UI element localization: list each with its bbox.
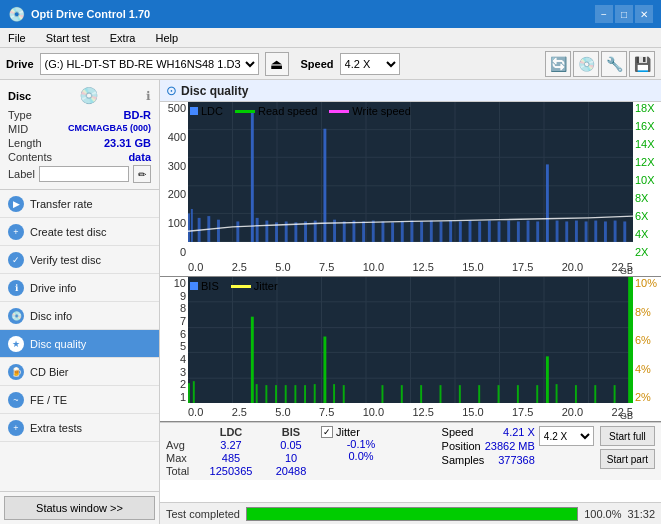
settings-button[interactable]: 🔧 [601,51,627,77]
jitter-checkbox[interactable]: ✓ [321,426,333,438]
disc-contents-row: Contents data [8,151,151,163]
bottom-chart-y-axis-left: 10 9 8 7 6 5 4 3 2 1 [160,277,188,403]
nav-create-test-disc-label: Create test disc [30,226,106,238]
bottom-status: Test completed 100.0% 31:32 [160,502,661,524]
nav-disc-quality[interactable]: ★ Disc quality [0,330,159,358]
start-part-button[interactable]: Start part [600,449,655,469]
status-window-button[interactable]: Status window >> [4,496,155,520]
by-right-4: 4% [635,363,651,375]
nav-verify-test-disc-label: Verify test disc [30,254,101,266]
main-content: ⊙ Disc quality LDC Read speed [160,80,661,524]
svg-rect-97 [556,384,558,403]
disc-quality-icon: ★ [8,336,24,352]
avg-bis: 0.05 [261,439,321,451]
svg-rect-96 [546,356,549,403]
save-button[interactable]: 💾 [629,51,655,77]
fe-te-icon: ~ [8,392,24,408]
svg-rect-99 [594,385,596,403]
svg-rect-43 [469,221,472,242]
close-button[interactable]: ✕ [635,5,653,23]
bottom-chart-svg [188,277,633,403]
nav-disc-info[interactable]: 💿 Disc info [0,302,159,330]
disc-length-value: 23.31 GB [104,137,151,149]
avg-jitter: -0.1% [321,438,401,450]
minimize-button[interactable]: − [595,5,613,23]
y-left-300: 300 [168,160,186,172]
nav-extra-tests[interactable]: + Extra tests [0,414,159,442]
svg-rect-40 [440,221,443,242]
verify-test-disc-icon: ✓ [8,252,24,268]
title-bar-left: 💿 Opti Drive Control 1.70 [8,6,150,22]
legend-read-speed-label: Read speed [258,105,317,117]
disc-label-label: Label [8,168,35,180]
eject-button[interactable]: ⏏ [265,52,289,76]
legend-bis-label: BIS [201,280,219,292]
by-left-2: 2 [180,378,186,390]
svg-rect-37 [411,221,414,242]
menu-help[interactable]: Help [151,28,182,48]
disc-label-row: Label ✏ [8,165,151,183]
disc-panel-title: Disc [8,90,31,102]
svg-rect-18 [217,220,220,242]
maximize-button[interactable]: □ [615,5,633,23]
disc-label-input[interactable] [39,166,129,182]
y-left-200: 200 [168,188,186,200]
stats-speed-select[interactable]: 4.2 X [539,426,594,446]
by-right-2: 2% [635,391,651,403]
legend-jitter-label: Jitter [254,280,278,292]
disc-type-row: Type BD-R [8,109,151,121]
toolbar-icons: 🔄 💿 🔧 💾 [545,51,655,77]
svg-rect-81 [294,385,296,403]
svg-rect-39 [430,221,433,242]
nav-transfer-rate[interactable]: ▶ Transfer rate [0,190,159,218]
nav-transfer-rate-label: Transfer rate [30,198,93,210]
menu-file[interactable]: File [4,28,30,48]
by-left-4: 4 [180,353,186,365]
nav-disc-quality-label: Disc quality [30,338,86,350]
drive-select[interactable]: (G:) HL-DT-ST BD-RE WH16NS48 1.D3 [40,53,259,75]
max-jitter: 0.0% [321,450,401,462]
svg-rect-33 [372,221,375,242]
disc-label-edit-button[interactable]: ✏ [133,165,151,183]
stats-label-col: Avg Max Total [166,426,201,477]
refresh-button[interactable]: 🔄 [545,51,571,77]
by-left-7: 7 [180,315,186,327]
top-chart-x-axis: 0.0 2.5 5.0 7.5 10.0 12.5 15.0 17.5 20.0… [188,258,633,276]
svg-rect-83 [314,384,316,403]
nav-cd-bier[interactable]: 🍺 CD Bier [0,358,159,386]
nav-fe-te[interactable]: ~ FE / TE [0,386,159,414]
menu-extra[interactable]: Extra [106,28,140,48]
top-chart-gb-label: GB [620,266,633,276]
bx-5: 5.0 [275,406,290,418]
svg-rect-48 [517,221,520,242]
svg-rect-15 [191,209,193,242]
nav-drive-info[interactable]: ℹ Drive info [0,274,159,302]
by-left-1: 1 [180,391,186,403]
menu-start-test[interactable]: Start test [42,28,94,48]
avg-label: Avg [166,439,201,451]
sidebar-nav: ▶ Transfer rate + Create test disc ✓ Ver… [0,190,159,491]
nav-create-test-disc[interactable]: + Create test disc [0,218,159,246]
speed-select[interactable]: 4.2 X [340,53,400,75]
svg-rect-49 [527,221,530,242]
y-right-18x: 18X [635,102,655,114]
svg-rect-36 [401,221,404,242]
start-full-button[interactable]: Start full [600,426,655,446]
ldc-header: LDC [201,426,261,438]
svg-rect-41 [449,221,452,242]
disc-button[interactable]: 💿 [573,51,599,77]
disc-quality-header: ⊙ Disc quality [160,80,661,102]
legend-jitter-color [231,285,251,288]
nav-verify-test-disc[interactable]: ✓ Verify test disc [0,246,159,274]
svg-rect-20 [251,111,254,242]
total-label: Total [166,465,201,477]
svg-rect-101 [628,277,633,403]
svg-rect-25 [294,222,297,242]
svg-rect-51 [546,164,549,242]
svg-rect-94 [517,385,519,403]
nav-extra-tests-label: Extra tests [30,422,82,434]
svg-rect-38 [420,221,423,242]
extra-tests-icon: + [8,420,24,436]
top-chart-y-axis-left: 500 400 300 200 100 0 [160,102,188,258]
y-left-400: 400 [168,131,186,143]
